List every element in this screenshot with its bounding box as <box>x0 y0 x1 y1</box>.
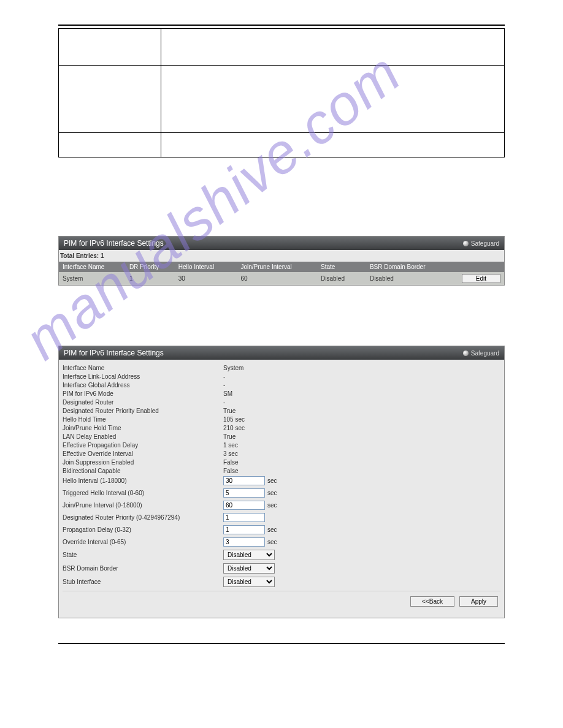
button-row: <<Back Apply <box>63 596 500 612</box>
row-value: True <box>223 433 236 440</box>
row-label: Join Suppression Enabled <box>63 459 223 466</box>
safeguard-badge: Safeguard <box>463 240 499 247</box>
col-join-prune: Join/Prune Interval <box>237 262 317 272</box>
safeguard-badge: Safeguard <box>463 350 499 357</box>
row-label: Effective Propagation Delay <box>63 442 223 449</box>
row-value: False <box>223 459 238 466</box>
unit-label: sec <box>267 477 277 484</box>
detail-row: Designated Router Priority EnabledTrue <box>63 408 500 414</box>
table-row <box>59 66 505 133</box>
detail-row: StateDisabled <box>63 550 500 560</box>
col-bsr-border: BSR Domain Border <box>366 262 455 272</box>
row-label: Interface Global Address <box>63 382 223 389</box>
col-hello-interval: Hello Interval <box>175 262 237 272</box>
row-value: - <box>223 382 225 389</box>
panel-title: PIM for IPv6 Interface Settings <box>64 349 164 357</box>
detail-row: Propagation Delay (0-32)sec <box>63 525 500 534</box>
row-label: Designated Router Priority (0-4294967294… <box>63 514 223 521</box>
detail-row: Join/Prune Hold Time210 sec <box>63 425 500 431</box>
detail-row: Effective Propagation Delay1 sec <box>63 442 500 449</box>
detail-row: Bidirectional CapableFalse <box>63 468 500 474</box>
col-actions <box>455 262 504 272</box>
row-label: Interface Name <box>63 365 223 371</box>
total-entries-label: Total Entries: 1 <box>59 250 504 262</box>
row-label: Hello Interval (1-18000) <box>63 477 223 484</box>
detail-row: Interface Link-Local Address- <box>63 373 500 380</box>
row-label: Propagation Delay (0-32) <box>63 526 223 533</box>
detail-row: Interface Global Address- <box>63 382 500 389</box>
pim-interface-detail-panel: PIM for IPv6 Interface Settings Safeguar… <box>58 346 505 618</box>
override-interval-input[interactable] <box>223 537 265 547</box>
detail-row: BSR Domain BorderDisabled <box>63 563 500 574</box>
row-value: SM <box>223 390 232 397</box>
row-value: 210 sec <box>223 425 245 431</box>
cell-hello: 30 <box>175 272 237 285</box>
table-row <box>59 29 505 66</box>
detail-row: Join Suppression EnabledFalse <box>63 459 500 466</box>
row-value: True <box>223 408 236 414</box>
bsr-border-select[interactable]: Disabled <box>223 563 275 574</box>
col-state: State <box>317 262 366 272</box>
table-row: System 1 30 60 Disabled Disabled Edit <box>59 272 504 285</box>
row-label: State <box>63 552 223 558</box>
detail-row: Designated Router- <box>63 399 500 406</box>
back-button[interactable]: <<Back <box>410 596 454 607</box>
row-value: False <box>223 468 238 474</box>
row-label: Join/Prune Hold Time <box>63 425 223 431</box>
detail-row: Effective Override Interval3 sec <box>63 450 500 457</box>
detail-row: Join/Prune Interval (0-18000)sec <box>63 501 500 510</box>
detail-body: Interface NameSystem Interface Link-Loca… <box>59 360 504 618</box>
panel-header: PIM for IPv6 Interface Settings Safeguar… <box>59 346 504 360</box>
detail-row: Stub InterfaceDisabled <box>63 577 500 587</box>
detail-row: Designated Router Priority (0-4294967294… <box>63 513 500 522</box>
unit-label: sec <box>267 539 277 545</box>
row-label: Designated Router Priority Enabled <box>63 408 223 414</box>
row-label: Hello Hold Time <box>63 416 223 423</box>
row-value: 3 sec <box>223 450 238 457</box>
detail-row: Hello Hold Time105 sec <box>63 416 500 423</box>
panel-title: PIM for IPv6 Interface Settings <box>64 239 164 248</box>
row-label: Interface Link-Local Address <box>63 373 223 380</box>
propagation-delay-input[interactable] <box>223 525 265 534</box>
detail-row: Interface NameSystem <box>63 365 500 371</box>
page-footer-rule <box>58 643 505 655</box>
cell-dr: 1 <box>126 272 175 285</box>
join-prune-input[interactable] <box>223 501 265 510</box>
col-interface-name: Interface Name <box>59 262 126 272</box>
table-row <box>59 133 505 157</box>
row-label: BSR Domain Border <box>63 565 223 572</box>
row-label: PIM for IPv6 Mode <box>63 390 223 397</box>
dr-priority-input[interactable] <box>223 513 265 522</box>
unit-label: sec <box>267 490 277 496</box>
row-label: LAN Delay Enabled <box>63 433 223 440</box>
interface-table: Interface Name DR Priority Hello Interva… <box>59 262 504 285</box>
divider <box>63 591 500 591</box>
panel-header: PIM for IPv6 Interface Settings Safeguar… <box>59 237 504 250</box>
parameter-description-table <box>58 28 505 157</box>
row-value: - <box>223 373 225 380</box>
edit-button[interactable]: Edit <box>462 274 500 283</box>
stub-interface-select[interactable]: Disabled <box>223 577 275 587</box>
detail-row: Triggered Hello Interval (0-60)sec <box>63 488 500 498</box>
safeguard-text: Safeguard <box>471 240 499 247</box>
col-dr-priority: DR Priority <box>126 262 175 272</box>
page-header-rule <box>58 25 505 26</box>
unit-label: sec <box>267 526 277 533</box>
cell-jp: 60 <box>237 272 317 285</box>
row-label: Join/Prune Interval (0-18000) <box>63 502 223 509</box>
row-value: System <box>223 365 243 371</box>
cell-bsr: Disabled <box>366 272 455 285</box>
row-value: 105 sec <box>223 416 245 423</box>
triggered-hello-input[interactable] <box>223 488 265 498</box>
row-value: - <box>223 399 225 406</box>
row-label: Effective Override Interval <box>63 450 223 457</box>
cell-state: Disabled <box>317 272 366 285</box>
pim-interface-list-panel: PIM for IPv6 Interface Settings Safeguar… <box>58 236 505 286</box>
state-select[interactable]: Disabled <box>223 550 275 560</box>
cell-iface: System <box>59 272 126 285</box>
row-label: Bidirectional Capable <box>63 468 223 474</box>
row-value: 1 sec <box>223 442 238 449</box>
row-label: Triggered Hello Interval (0-60) <box>63 490 223 496</box>
hello-interval-input[interactable] <box>223 476 265 485</box>
apply-button[interactable]: Apply <box>459 596 498 607</box>
